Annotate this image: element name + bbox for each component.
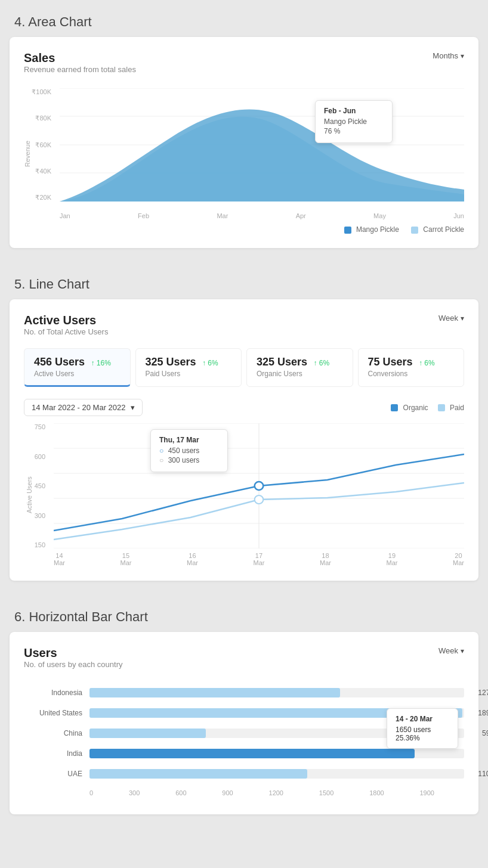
legend-paid-label: Paid <box>450 404 464 412</box>
stat-paid-label: Paid Users <box>146 370 232 378</box>
bar-chart-wrap: Indonesia 1270 United States 1890 China … <box>24 688 464 796</box>
area-y-title: Revenue <box>24 141 31 167</box>
area-tooltip-product: Mango Pickle <box>324 117 384 126</box>
line-chart-subtitle: No. of Total Active Users <box>24 327 108 336</box>
line-tooltip-row2: ○ 300 users <box>159 456 219 464</box>
bar-label-indonesia: Indonesia <box>24 689 89 697</box>
bar-label-us: United States <box>24 709 89 717</box>
legend-paid-dot <box>438 404 445 411</box>
bar-value-china: 590 <box>482 729 488 737</box>
stat-paid-users[interactable]: 325 Users ↑ 6% Paid Users <box>135 348 242 387</box>
bar-label-uae: UAE <box>24 770 89 778</box>
date-range-text: 14 Mar 2022 - 20 Mar 2022 <box>32 403 126 412</box>
bar-x-axis: 0 300 600 900 1200 1500 1800 1900 <box>89 789 464 796</box>
line-y-title: Active Users <box>26 476 33 513</box>
stat-conv-change: ↑ 6% <box>419 359 435 367</box>
bar-value-us: 1890 <box>478 709 488 717</box>
line-chart-wrap: 150 300 450 600 750 Active Users <box>24 423 464 566</box>
stat-conversions[interactable]: 75 Users ↑ 6% Conversions <box>358 348 465 387</box>
bar-chart-title: Users <box>24 646 122 660</box>
bar-value-uae: 1105 <box>478 770 488 778</box>
legend-carrot-dot <box>411 227 418 234</box>
india-bar-tooltip: 14 - 20 Mar 1650 users 25.36% <box>387 708 458 749</box>
bar-fill-indonesia <box>89 688 340 698</box>
bar-track-india <box>89 749 464 758</box>
stat-paid-change: ↑ 6% <box>202 359 218 367</box>
india-tooltip-users: 1650 users <box>396 726 449 734</box>
tooltip-paid-dot: ○ <box>159 456 163 464</box>
bar-fill-uae <box>89 769 307 779</box>
section6-label: 6. Horizontal Bar Chart <box>0 595 488 632</box>
area-legend: Mango Pickle Carrot Pickle <box>24 225 464 234</box>
india-tooltip-percent: 25.36% <box>396 734 449 742</box>
bar-row-uae: UAE 1105 <box>24 769 464 779</box>
area-chart-dropdown[interactable]: Months <box>433 51 464 60</box>
line-tooltip-row1: ○ 450 users <box>159 447 219 455</box>
stats-row: 456 Users ↑ 16% Active Users 325 Users ↑… <box>24 348 464 387</box>
legend-organic-label: Organic <box>403 404 428 412</box>
bar-track-indonesia: 1270 <box>89 688 464 698</box>
area-chart-subtitle: Revenue earned from total sales <box>24 65 136 74</box>
line-chart-card: Active Users No. of Total Active Users W… <box>10 299 478 581</box>
area-x-axis: Jan Feb Mar Apr May Jun <box>60 212 464 219</box>
svg-point-12 <box>255 482 264 490</box>
bar-row-india: India 14 - 20 Mar 1650 users 25.36% <box>24 749 464 758</box>
bar-chart-card: Users No. of users by each country Week … <box>10 632 478 814</box>
legend-organic-dot <box>391 404 398 411</box>
date-range-row: 14 Mar 2022 - 20 Mar 2022 ▾ Organic Paid <box>24 399 464 416</box>
line-chart-title: Active Users <box>24 314 108 327</box>
bar-track-uae: 1105 <box>89 769 464 779</box>
area-tooltip: Feb - Jun Mango Pickle 76 % <box>315 100 393 143</box>
line-chart-legend: Organic Paid <box>391 404 464 412</box>
line-tooltip: Thu, 17 Mar ○ 450 users ○ 300 users <box>150 429 228 472</box>
area-chart-wrap: ₹20K ₹40K ₹60K ₹80K ₹100K Revenue <box>24 88 464 219</box>
line-tooltip-title: Thu, 17 Mar <box>159 436 219 444</box>
bar-chart-dropdown[interactable]: Week <box>438 646 464 655</box>
stat-conv-label: Conversions <box>368 370 455 378</box>
legend-mango-dot <box>344 227 351 234</box>
date-range-button[interactable]: 14 Mar 2022 - 20 Mar 2022 ▾ <box>24 399 143 416</box>
line-chart-dropdown[interactable]: Week <box>438 314 464 323</box>
stat-organic-users[interactable]: 325 Users ↑ 6% Organic Users <box>246 348 353 387</box>
stat-paid-value: 325 Users <box>146 356 196 368</box>
stat-active-users[interactable]: 456 Users ↑ 16% Active Users <box>24 348 131 387</box>
stat-organic-value: 325 Users <box>257 356 307 368</box>
bar-fill-china <box>89 728 206 738</box>
tooltip-organic-dot: ○ <box>159 447 163 455</box>
stat-organic-change: ↑ 6% <box>314 359 330 367</box>
bar-fill-india <box>89 749 415 758</box>
stat-active-change: ↑ 16% <box>91 359 111 367</box>
india-tooltip-title: 14 - 20 Mar <box>396 715 449 723</box>
stat-active-label: Active Users <box>34 370 121 378</box>
bar-label-china: China <box>24 729 89 737</box>
svg-point-13 <box>255 495 264 504</box>
stat-organic-label: Organic Users <box>257 370 343 378</box>
chevron-down-icon: ▾ <box>131 403 135 412</box>
area-svg-wrap: Feb - Jun Mango Pickle 76 % <box>60 88 464 202</box>
section5-label: 5. Line Chart <box>0 262 488 299</box>
bar-value-indonesia: 1270 <box>478 689 488 697</box>
section4-label: 4. Area Chart <box>0 0 488 37</box>
bar-label-india: India <box>24 749 89 758</box>
area-tooltip-title: Feb - Jun <box>324 107 384 115</box>
area-chart-title: Sales <box>24 51 136 65</box>
stat-active-value: 456 Users <box>34 356 85 368</box>
bar-row-indonesia: Indonesia 1270 <box>24 688 464 698</box>
line-svg-wrap: Thu, 17 Mar ○ 450 users ○ 300 users <box>54 423 464 548</box>
area-tooltip-value: 76 % <box>324 127 384 135</box>
legend-carrot-label: Carrot Pickle <box>423 225 464 234</box>
line-x-axis: 14Mar 15Mar 16Mar 17Mar 18Mar 19Mar 20Ma… <box>54 552 464 566</box>
area-chart-card: Sales Revenue earned from total sales Mo… <box>10 37 478 248</box>
legend-mango-label: Mango Pickle <box>356 225 399 234</box>
stat-conv-value: 75 Users <box>368 356 413 368</box>
bar-chart-subtitle: No. of users by each country <box>24 660 122 669</box>
